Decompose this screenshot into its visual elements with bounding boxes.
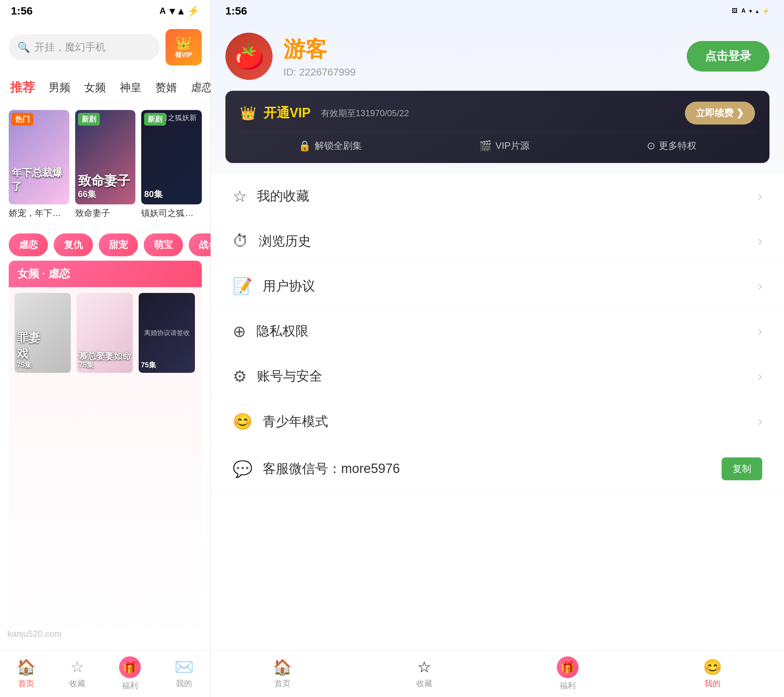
nav-home-right[interactable]: 🏠 首页 (273, 658, 292, 689)
arrow-icon-favorites: › (758, 189, 762, 204)
menu-item-favorites[interactable]: ☆ 我的收藏 › (211, 174, 784, 219)
nav-welfare-right[interactable]: 🎁 福利 (557, 656, 578, 691)
nav-welfare-left[interactable]: 🎁 福利 (119, 656, 141, 691)
vip-card-title: 开通VIP (264, 104, 311, 122)
tag-zhan[interactable]: 战≡ (189, 234, 211, 256)
agreement-icon: 📝 (233, 277, 253, 295)
youth-label: 青少年模式 (263, 413, 748, 430)
drama-card-3[interactable]: 镇妖司之狐妖新 80集 新剧 镇妖司之狐妖新 (141, 110, 202, 219)
menu-item-youth[interactable]: 😊 青少年模式 › (211, 399, 784, 444)
privacy-label: 隐私权限 (256, 322, 748, 340)
favorites-icon: ☆ (233, 187, 247, 206)
content-card-2[interactable]: 慕总娶妻如命 75集 (77, 293, 133, 373)
content-overlay-1: 罪妻戏 (17, 330, 40, 362)
signal-icon: ▴ (178, 5, 183, 17)
right-panel: 1:56 🖼 A ▾ ▴ ⚡ 🍅 游客 ID: 2226767999 点击登录 … (211, 0, 784, 697)
vip-badge[interactable]: 领VIP (166, 29, 202, 65)
youth-icon: 😊 (233, 412, 253, 431)
nav-mine-left[interactable]: ✉️ 我的 (175, 658, 193, 689)
drama-title-2: 致命妻子 (75, 207, 136, 219)
wifi-icon-right: ▾ (749, 8, 752, 15)
category-recommend[interactable]: 推荐 (9, 76, 36, 99)
drama-badge-1: 热门 (12, 113, 33, 125)
search-icon: 🔍 (17, 41, 30, 53)
arrow-icon-account: › (758, 369, 762, 384)
arrow-icon-youth: › (758, 414, 762, 429)
search-placeholder-text: 开挂，魔幻手机 (35, 40, 105, 54)
menu-item-privacy[interactable]: ⊕ 隐私权限 › (211, 309, 784, 354)
lock-icon: 🔒 (298, 140, 311, 152)
menu-item-agreement[interactable]: 📝 用户协议 › (211, 264, 784, 309)
signal-icon-right: ▴ (756, 8, 759, 15)
section-header: 女频 · 虐恋 (9, 260, 202, 287)
tag-nuelian[interactable]: 虐恋 (9, 234, 48, 256)
content-thumb-1: 罪妻戏 75集 (15, 293, 71, 373)
menu-item-history[interactable]: ⏱ 浏览历史 › (211, 219, 784, 264)
privacy-icon: ⊕ (233, 322, 246, 341)
tag-fouchou[interactable]: 复仇 (54, 234, 93, 256)
arrow-icon-privacy: › (758, 324, 762, 339)
drama-section: 年下总裁爆了 热门 娇宠，年下总裁 致命妻子 66集 新剧 致命妻子 (0, 103, 211, 226)
time-right: 1:56 (226, 5, 247, 17)
content-card-3[interactable]: 离婚协议请签收 75集 (138, 293, 195, 373)
nav-mine-right[interactable]: 😊 我的 (703, 658, 722, 689)
content-overlay-3: 离婚协议请签收 (141, 326, 193, 340)
category-female[interactable]: 女频 (83, 77, 107, 98)
status-icons-right: 🖼 A ▾ ▴ ⚡ (732, 8, 769, 15)
tag-mengbao[interactable]: 萌宝 (144, 234, 183, 256)
nav-home-label-right: 首页 (274, 678, 290, 689)
android-icon-right: A (741, 8, 746, 14)
vip-card-top: 👑 开通VIP 有效期至131970/05/22 立即续费 ❯ (240, 102, 755, 125)
vip-feature-more-label: 更多特权 (659, 139, 697, 152)
drama-title-3: 镇妖司之狐妖新 (141, 207, 202, 219)
tag-tianchong[interactable]: 甜宠 (99, 234, 138, 256)
nav-favorites-right[interactable]: ☆ 收藏 (416, 658, 432, 689)
left-panel: 1:56 A ▾ ▴ ⚡ 🔍 开挂，魔幻手机 领VIP 推荐 男频 女频 神皇 … (0, 0, 211, 697)
drama-card-1[interactable]: 年下总裁爆了 热门 娇宠，年下总裁 (9, 110, 69, 219)
vip-card: 👑 开通VIP 有效期至131970/05/22 立即续费 ❯ 🔒 解锁全剧集 … (226, 91, 769, 163)
home-icon-left: 🏠 (17, 658, 36, 676)
copy-button[interactable]: 复制 (721, 457, 762, 480)
user-name: 游客 (283, 35, 676, 64)
battery-icon: ⚡ (187, 5, 199, 17)
drama-card-2[interactable]: 致命妻子 66集 新剧 致命妻子 (75, 110, 136, 219)
account-label: 账号与安全 (257, 367, 748, 385)
battery-icon-right: ⚡ (762, 8, 769, 15)
login-button[interactable]: 点击登录 (687, 41, 769, 71)
category-nuelian[interactable]: 虐恋 (189, 77, 211, 98)
drama-badge-3: 新剧 (144, 113, 166, 125)
content-card-1[interactable]: 罪妻戏 75集 (15, 293, 71, 373)
vip-feature-unlock: 🔒 解锁全剧集 (298, 139, 362, 152)
search-bar[interactable]: 🔍 开挂，魔幻手机 (9, 34, 160, 60)
drama-title-1: 娇宠，年下总裁 (9, 207, 69, 219)
user-header: 🍅 游客 ID: 2226767999 点击登录 (211, 22, 784, 91)
vip-renew-button[interactable]: 立即续费 ❯ (685, 102, 755, 125)
star-icon-right: ☆ (417, 658, 431, 676)
drama-overlay-1: 年下总裁爆了 (12, 166, 66, 193)
content-thumb-3: 离婚协议请签收 75集 (138, 293, 195, 373)
vip-validity: 有效期至131970/05/22 (321, 107, 409, 119)
category-male[interactable]: 男频 (47, 77, 72, 98)
user-info: 游客 ID: 2226767999 (283, 35, 676, 78)
wifi-icon: ▾ (170, 5, 175, 17)
drama-thumb-2: 致命妻子 66集 新剧 (75, 110, 136, 204)
content-ep-1: 75集 (17, 360, 32, 370)
nav-favorites-left[interactable]: ☆ 收藏 (69, 658, 85, 689)
time-left: 1:56 (11, 5, 33, 17)
category-shenwang[interactable]: 神皇 (118, 77, 143, 98)
bottom-nav-left: 🏠 首页 ☆ 收藏 🎁 福利 ✉️ 我的 (0, 650, 211, 697)
customer-service-icon: 💬 (233, 460, 253, 478)
content-ep-2: 75集 (79, 360, 94, 370)
drama-badge-2: 新剧 (78, 113, 100, 125)
status-bar-right: 1:56 🖼 A ▾ ▴ ⚡ (211, 0, 784, 22)
menu-item-account[interactable]: ⚙ 账号与安全 › (211, 354, 784, 399)
more-features-icon: ⊙ (647, 140, 655, 152)
status-bar-left: 1:56 A ▾ ▴ ⚡ (0, 0, 211, 22)
vip-badge-label: 领VIP (175, 51, 192, 59)
content-list: 罪妻戏 75集 慕总娶妻如命 75集 离婚协议请签收 75集 (9, 287, 202, 379)
customer-service-text: 客服微信号：more5976 (263, 460, 712, 478)
category-zhuxu[interactable]: 赘婿 (154, 77, 179, 98)
gift-icon-right: 🎁 (557, 656, 578, 678)
nav-home-left[interactable]: 🏠 首页 (17, 658, 36, 689)
search-container: 🔍 开挂，魔幻手机 领VIP (0, 22, 211, 73)
